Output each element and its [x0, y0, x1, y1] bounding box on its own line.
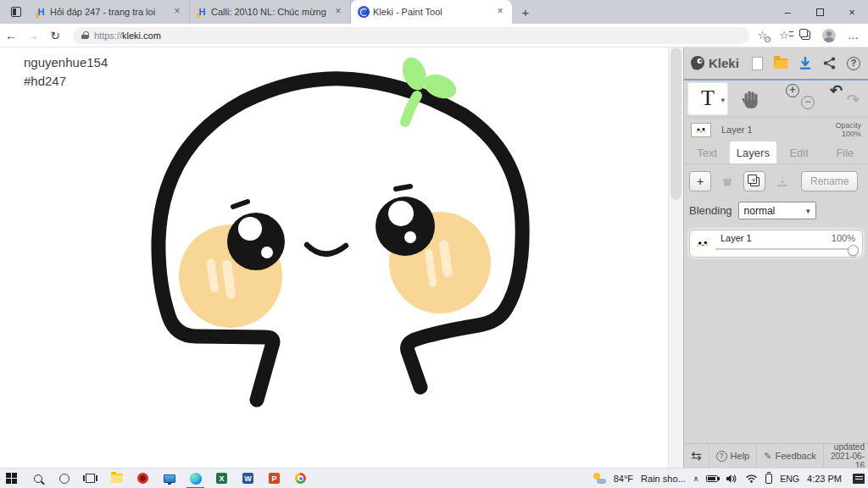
layer-item-face: [693, 237, 712, 250]
settings-menu-button[interactable]: …: [848, 29, 860, 42]
tab-kleki[interactable]: Kleki - Paint Tool ×: [351, 0, 512, 24]
star-icon: ☆: [779, 29, 789, 42]
close-tab-icon[interactable]: ×: [170, 5, 184, 19]
start-button[interactable]: [5, 472, 18, 485]
rename-layer-button[interactable]: Rename: [801, 171, 858, 191]
tab-hoidap247[interactable]: H Hỏi đáp 247 - trang tra loi ×: [29, 0, 190, 24]
refresh-button[interactable]: ↻: [44, 29, 66, 42]
layer-thumbnail: [691, 123, 711, 137]
weather-temperature[interactable]: 84°F: [614, 474, 633, 484]
forward-button[interactable]: →: [22, 29, 44, 42]
tray-chevron-icon[interactable]: ∧: [693, 474, 699, 483]
tab-text[interactable]: Text: [684, 141, 730, 164]
merge-layer-button[interactable]: [771, 171, 793, 191]
help-icon[interactable]: ?: [847, 57, 860, 70]
close-tab-icon[interactable]: ×: [493, 5, 507, 19]
share-icon[interactable]: [823, 57, 836, 69]
duplicate-icon: [750, 177, 760, 186]
new-image-icon[interactable]: [752, 57, 763, 70]
tab-file[interactable]: File: [822, 141, 868, 164]
cortana-button[interactable]: [58, 472, 70, 485]
speaker-icon[interactable]: [726, 474, 737, 484]
red-app-button[interactable]: [136, 472, 149, 485]
opacity-slider-track[interactable]: [715, 248, 852, 250]
restore-icon: [816, 8, 824, 16]
address-bar[interactable]: https://kleki.com: [73, 27, 749, 44]
tab-calli[interactable]: H Calli: 20\10 NL: Chúc mừng ngày ×: [190, 0, 351, 24]
undo-icon[interactable]: ↶: [830, 81, 843, 100]
help-label: Help: [731, 451, 750, 461]
minimize-button[interactable]: –: [771, 0, 804, 24]
restore-button[interactable]: [804, 0, 836, 24]
windows-icon: [6, 473, 18, 485]
kleki-panel: Kleki ? T▾: [683, 47, 868, 468]
tab-edit[interactable]: Edit: [776, 141, 822, 164]
back-button[interactable]: ←: [0, 29, 22, 42]
edge-button[interactable]: [189, 472, 202, 485]
swap-layout-button[interactable]: ⇆: [684, 444, 709, 468]
your-phone-icon[interactable]: [765, 474, 772, 484]
help-button[interactable]: ? Help: [709, 444, 758, 468]
feedback-button[interactable]: ✎ Feedback: [757, 444, 824, 468]
wifi-icon[interactable]: [745, 474, 758, 483]
clock[interactable]: 4:23 PM: [807, 474, 842, 484]
layer-item-opacity: 100%: [832, 233, 855, 243]
language-indicator[interactable]: ENG: [780, 474, 799, 484]
opacity-slider-knob[interactable]: [848, 245, 859, 256]
hand-tool-icon[interactable]: [740, 88, 762, 110]
search-button[interactable]: [31, 472, 44, 485]
chrome-icon: [295, 473, 306, 484]
weather-description[interactable]: Rain sho...: [641, 474, 686, 484]
excel-button[interactable]: X: [215, 472, 228, 485]
open-file-icon[interactable]: [774, 58, 787, 69]
blending-select[interactable]: normal ▾: [738, 202, 816, 219]
add-favorite-button[interactable]: ☆−: [758, 29, 768, 42]
collections-icon[interactable]: [801, 30, 810, 40]
save-download-icon[interactable]: [798, 57, 812, 70]
windows-taskbar: X W P 84°F Rain sho... ∧ ENG 4:23 PM: [0, 468, 868, 488]
panel-spacer: [684, 258, 868, 443]
browser-window: H Hỏi đáp 247 - trang tra loi × H Calli:…: [0, 0, 868, 488]
opacity-label: Opacity: [835, 121, 861, 130]
paint-canvas[interactable]: nguyenhue154 #hd247: [0, 47, 668, 468]
zoom-out-icon[interactable]: −: [801, 96, 815, 109]
duplicate-layer-button[interactable]: [743, 171, 765, 191]
layer-list-item[interactable]: Layer 1 100%: [689, 230, 863, 258]
weather-widget[interactable]: [593, 472, 606, 485]
word-button[interactable]: W: [242, 472, 254, 485]
redo-icon[interactable]: ↷: [847, 91, 860, 109]
tab-layers[interactable]: Layers: [730, 141, 776, 164]
scrollbar-thumb[interactable]: [670, 47, 682, 200]
close-tab-icon[interactable]: ×: [331, 5, 345, 19]
battery-icon[interactable]: [706, 475, 718, 482]
task-view-button[interactable]: [84, 472, 97, 485]
page-scrollbar[interactable]: [668, 47, 683, 468]
new-tab-button[interactable]: +: [515, 2, 536, 22]
add-layer-button[interactable]: +: [689, 171, 711, 191]
delete-layer-button[interactable]: [716, 171, 738, 191]
text-tool-button[interactable]: T▾: [688, 83, 727, 114]
close-button[interactable]: ×: [836, 0, 868, 24]
profile-avatar[interactable]: [822, 29, 836, 42]
edge-icon: [190, 473, 202, 485]
page-content: nguyenhue154 #hd247: [0, 47, 868, 468]
red-app-icon: [137, 473, 148, 484]
merge-down-icon: [777, 177, 787, 186]
character-drawing: [0, 47, 668, 468]
display-app-button[interactable]: [163, 472, 175, 485]
current-layer-row[interactable]: Layer 1 Opacity 100%: [684, 118, 868, 141]
favorites-bar-button[interactable]: ☆: [779, 29, 789, 42]
powerpoint-button[interactable]: P: [268, 472, 281, 485]
word-icon: W: [242, 473, 253, 484]
notification-center-icon[interactable]: [853, 474, 865, 484]
monitor-icon: [164, 474, 175, 483]
excel-icon: X: [216, 473, 227, 484]
left-eye-highlight: [238, 217, 262, 241]
tab-actions-icon: [11, 7, 21, 17]
zoom-in-icon[interactable]: +: [786, 84, 799, 97]
kleki-logo-icon: [689, 55, 706, 72]
file-explorer-button[interactable]: [110, 472, 123, 485]
sprout-stem: [405, 96, 417, 122]
tab-actions-button[interactable]: [5, 3, 27, 21]
chrome-button[interactable]: [294, 472, 307, 485]
